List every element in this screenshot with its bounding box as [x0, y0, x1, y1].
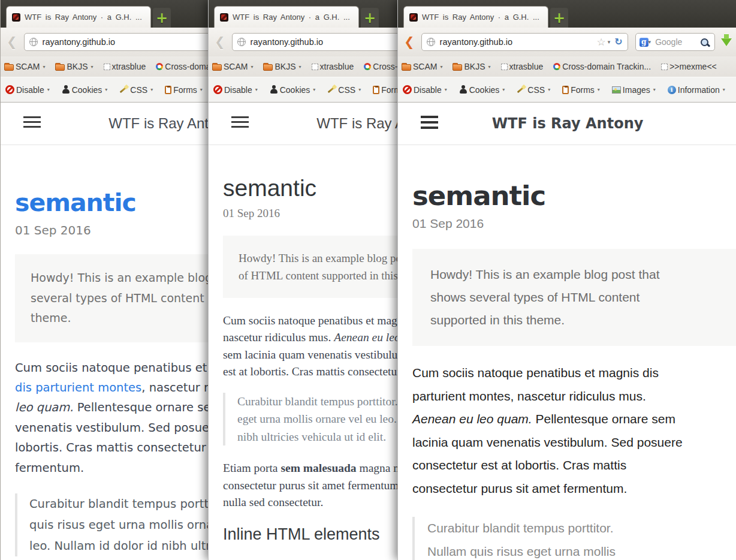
devtool-images[interactable]: Images▾: [612, 85, 656, 95]
folder-icon: [402, 64, 411, 71]
new-tab-button[interactable]: +: [153, 8, 171, 28]
devtool-forms[interactable]: Forms▾: [165, 85, 203, 95]
devtool-css[interactable]: CSS▾: [327, 85, 361, 95]
search-placeholder: Google: [655, 37, 700, 47]
new-tab-button[interactable]: +: [361, 8, 379, 28]
bookmark-bkjs[interactable]: BKJS▾: [263, 62, 301, 71]
globe-icon: [427, 38, 435, 46]
search-icon[interactable]: [701, 38, 708, 46]
toolbar-item-label: Disable: [414, 85, 442, 95]
dropdown-caret-icon: ▾: [723, 87, 725, 92]
bookmark-scam[interactable]: SCAM▾: [212, 62, 253, 71]
bookmark-xtrasblue[interactable]: xtrasblue: [312, 62, 354, 71]
body-paragraph: Cum sociis natoque penatibus et magnis d…: [412, 362, 736, 500]
navigation-toolbar: ❮ rayantony.github.io ☆ ▾ ↻ g ▾ Google: [398, 28, 736, 56]
toolbar-item-label: Disable: [224, 85, 252, 95]
dropdown-caret-icon: ▾: [298, 64, 301, 70]
urlbar-dropdown-caret[interactable]: ▾: [608, 39, 611, 45]
bookmark-star-icon[interactable]: ☆: [596, 36, 605, 49]
dropdown-caret-icon: ▾: [548, 87, 550, 92]
new-tab-button[interactable]: +: [550, 8, 568, 28]
toolbar-item-label: SCAM: [413, 62, 437, 71]
devtool-forms[interactable]: Forms▾: [562, 85, 600, 95]
dropdown-caret-icon: ▾: [150, 87, 153, 92]
reload-icon[interactable]: ↻: [614, 37, 622, 47]
bookmark-xtrasblue[interactable]: xtrasblue: [104, 62, 146, 71]
bookmark-bkjs[interactable]: BKJS▾: [55, 62, 93, 71]
disable-icon: [403, 85, 412, 94]
toolbar-item-label: BKJS: [275, 62, 295, 71]
tab-title: WTF is Ray Antony · a G.H. ...: [233, 13, 350, 22]
inline-link[interactable]: dis parturient montes: [15, 381, 141, 395]
img-icon: [612, 86, 621, 94]
dropdown-caret-icon: ▾: [91, 64, 93, 70]
toolbar-item-label: BKJS: [464, 62, 485, 71]
back-button[interactable]: ❮: [404, 36, 415, 49]
site-title[interactable]: WTF is Ray Antony: [398, 115, 736, 132]
search-engine-caret[interactable]: ▾: [648, 39, 651, 45]
wand-icon: [119, 85, 128, 94]
dropdown-caret-icon: ▾: [445, 87, 447, 92]
bookmark-scam[interactable]: SCAM▾: [402, 62, 442, 71]
toolbar-item-label: Forms: [173, 85, 197, 95]
dropdown-caret-icon: ▾: [255, 87, 258, 92]
dropdown-caret-icon: ▾: [488, 64, 490, 70]
tab-title: WTF is Ray Antony · a G.H. ...: [25, 13, 142, 22]
dropdown-caret-icon: ▾: [358, 87, 361, 92]
folder-icon: [55, 64, 65, 71]
toolbar-item-label: CSS: [130, 85, 147, 95]
url-bar[interactable]: rayantony.github.io ☆ ▾ ↻: [421, 33, 628, 51]
user-icon: [459, 85, 467, 94]
globe-icon: [29, 38, 38, 46]
intro-message-box: Howdy! This is an example blog post that…: [412, 249, 736, 346]
wand-icon: [517, 85, 526, 94]
devtool-disable[interactable]: Disable▾: [5, 85, 50, 95]
url-bar[interactable]: rayantony.github.io: [24, 33, 230, 51]
bookmark-cross-domain-trackin[interactable]: Cross-domain Trackin...: [553, 62, 651, 71]
search-box[interactable]: g ▾ Google: [635, 33, 715, 51]
webdeveloper-toolbar: Disable▾Cookies▾CSS▾Forms▾Images▾Informa…: [398, 77, 736, 103]
site-favicon: [12, 13, 20, 22]
globe-icon: [237, 38, 246, 46]
toolbar-item-label: xtrasblue: [112, 62, 146, 71]
bookmark-xtrasblue[interactable]: xtrasblue: [501, 62, 544, 71]
toolbar-item-label: CSS: [338, 85, 355, 95]
bookmark-bkjs[interactable]: BKJS▾: [453, 62, 490, 71]
toolbar-item-label: xtrasblue: [320, 62, 354, 71]
folder-icon: [453, 64, 462, 71]
dropdown-caret-icon: ▾: [47, 87, 50, 92]
toolbar-item-label: Information: [678, 85, 720, 95]
browser-tab[interactable]: WTF is Ray Antony · a G.H. ...: [214, 6, 359, 28]
download-arrow-icon[interactable]: [721, 38, 732, 46]
devtool-cookies[interactable]: Cookies▾: [62, 85, 108, 95]
google-engine-icon[interactable]: g: [640, 38, 648, 47]
back-button[interactable]: ❮: [7, 36, 17, 49]
blockquote: Curabitur blandit tempus porttitor. Null…: [412, 517, 736, 560]
bookmark-mexme[interactable]: >>mexme<<: [661, 62, 717, 71]
devtool-disable[interactable]: Disable▾: [403, 85, 447, 95]
clip-icon: [562, 86, 569, 94]
devtool-cookies[interactable]: Cookies▾: [459, 85, 505, 95]
toolbar-item-label: BKJS: [67, 62, 88, 71]
disable-icon: [5, 85, 14, 94]
devtool-css[interactable]: CSS▾: [119, 85, 153, 95]
user-icon: [270, 85, 278, 94]
toolbar-item-label: Cookies: [280, 85, 310, 95]
browser-tab[interactable]: WTF is Ray Antony · a G.H. ...: [403, 6, 548, 28]
browser-tab[interactable]: WTF is Ray Antony · a G.H. ...: [6, 6, 151, 28]
bookmark-scam[interactable]: SCAM▾: [4, 62, 45, 71]
devtool-disable[interactable]: Disable▾: [213, 85, 258, 95]
dropdown-caret-icon: ▾: [653, 87, 656, 92]
post-title: semantic: [412, 180, 736, 212]
url-text: rayantony.github.io: [440, 37, 593, 47]
devtool-information[interactable]: Information▾: [668, 85, 725, 95]
devtool-css[interactable]: CSS▾: [517, 85, 550, 95]
user-icon: [62, 85, 70, 94]
folder-icon: [4, 64, 14, 71]
back-button[interactable]: ❮: [215, 36, 225, 49]
toolbar-item-label: Disable: [16, 85, 44, 95]
devtool-cookies[interactable]: Cookies▾: [270, 85, 316, 95]
dashed-icon: [501, 64, 508, 70]
dropdown-caret-icon: ▾: [440, 64, 442, 70]
toolbar-item-label: SCAM: [224, 62, 248, 71]
